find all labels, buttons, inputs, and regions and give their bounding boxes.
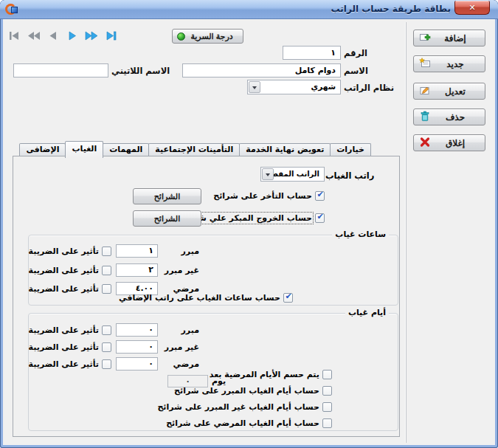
hours-on-overtime-checkbox[interactable] (283, 293, 293, 303)
delete-button[interactable]: حذف (413, 108, 485, 125)
sick-deduction-row: يتم حسم الأيام المرضية بعد (210, 370, 332, 379)
unjustified-days-row: غير مبرر ٠ تأثير على الضريبة (29, 340, 199, 354)
sick-label: مرضي (164, 359, 199, 369)
unjustified-days-brackets-row: حساب أيام الغياب غير المبرر على شرائح (157, 402, 332, 412)
latin-name-field[interactable] (13, 63, 108, 77)
unjustified-tax-checkbox[interactable] (102, 266, 111, 275)
absence-tab-page: راتب الغياب الراتب المقطوع حساب التأخر ع… (13, 156, 400, 437)
previous-icon (46, 31, 60, 41)
sick-tax-checkbox[interactable] (102, 284, 111, 294)
sick-deduction-checkbox[interactable] (322, 370, 332, 379)
chevron-down-icon[interactable] (262, 168, 274, 180)
justified-days-tax-checkbox[interactable] (102, 325, 111, 335)
add-record-icon (419, 32, 431, 45)
absence-days-group: أيام غياب مبرر ٠ تأثير على الضريبة غير م… (28, 313, 398, 431)
tax-effect-label: تأثير على الضريبة (29, 342, 99, 352)
sick-days-field[interactable]: ٠ (116, 357, 158, 371)
tab-end-of-service[interactable]: تعويض نهاية الخدمة (239, 143, 331, 156)
unjustified-days-brackets-checkbox[interactable] (322, 402, 332, 412)
new-button[interactable]: جديد (413, 55, 485, 72)
tab-missions[interactable]: المهمات (103, 143, 149, 156)
sick-deduction-label: يتم حسم الأيام المرضية بعد (210, 370, 319, 379)
justified-hours-field[interactable]: ١ (116, 244, 158, 258)
new-button-label: جديد (431, 59, 480, 69)
absence-salary-label: راتب الغياب (325, 170, 374, 181)
justified-days-row: مبرر ٠ تأثير على الضريبة (29, 323, 199, 337)
tax-effect-label: تأثير على الضريبة (29, 284, 99, 294)
app-logo-icon (5, 3, 18, 16)
tab-overtime[interactable]: الإضافى (19, 143, 66, 156)
sick-label: مرضي (164, 284, 199, 294)
last-record-icon (104, 31, 117, 41)
secrecy-degree-label: درجة السرية (185, 32, 238, 41)
close-form-icon (419, 137, 431, 150)
tab-options[interactable]: خيارات (330, 143, 371, 156)
fast-backward-button[interactable] (25, 29, 42, 43)
unjustified-hours-row: غير مبرر ٢ تأثير على الضريبة (29, 263, 199, 277)
next-icon (66, 31, 79, 41)
justified-days-brackets-checkbox[interactable] (322, 386, 332, 396)
late-on-brackets-checkbox[interactable] (315, 191, 325, 201)
last-record-button[interactable] (102, 29, 119, 43)
unjustified-days-field[interactable]: ٠ (116, 340, 158, 354)
early-exit-on-brackets-row: حساب الخروج المبكر علي شرائح (181, 213, 325, 223)
justified-hours-row: مبرر ١ تأثير على الضريبة (29, 244, 199, 258)
delete-record-icon (419, 111, 431, 124)
secrecy-degree-button[interactable]: درجة السرية (172, 29, 243, 44)
unjustified-hours-field[interactable]: ٢ (116, 263, 158, 277)
add-button-label: إضافة (431, 33, 480, 44)
unjustified-label: غير مبرر (164, 342, 199, 352)
edit-record-icon (419, 85, 431, 98)
window-close-button[interactable]: ✕ (454, 1, 490, 15)
new-record-icon (419, 58, 431, 71)
tax-effect-label: تأثير على الضريبة (29, 266, 99, 275)
name-field[interactable]: دوام كامل (182, 63, 341, 77)
next-record-button[interactable] (63, 29, 80, 43)
salary-method-card-window: بطاقة طريقة حساب الراتب ✕ إضافة جديد تعد… (0, 0, 498, 448)
justified-tax-checkbox[interactable] (102, 247, 111, 256)
unjustified-days-tax-checkbox[interactable] (102, 342, 111, 352)
tabstrip: خيارات تعويض نهاية الخدمة التأمينات الإج… (13, 141, 401, 156)
justified-days-field[interactable]: ٠ (116, 323, 158, 337)
close-form-button[interactable]: إغلاق (413, 134, 485, 151)
early-exit-on-brackets-checkbox[interactable] (315, 213, 325, 223)
tab-absence[interactable]: الغياب (65, 141, 103, 158)
previous-record-button[interactable] (44, 29, 61, 43)
latin-name-label: الاسم اللاتيني (111, 66, 170, 76)
absence-hours-group-title: ساعات غياب (332, 230, 389, 239)
justified-label: مبرر (164, 247, 199, 256)
chevron-down-icon[interactable] (249, 81, 260, 93)
edit-button[interactable]: تعديل (413, 83, 485, 100)
tab-social-insurance[interactable]: التأمينات الإجتماعية (148, 143, 240, 156)
name-label: الاسم (344, 66, 368, 76)
fast-backward-icon (27, 31, 41, 41)
number-label: الرقم (344, 48, 367, 58)
sick-days-brackets-checkbox[interactable] (322, 418, 332, 428)
tax-effect-label: تأثير على الضريبة (29, 247, 99, 256)
late-on-brackets-label: حساب التأخر على شرائح (213, 191, 312, 201)
titlebar: بطاقة طريقة حساب الراتب ✕ (0, 0, 498, 19)
sick-days-row: مرضي ٠ تأثير على الضريبة (29, 357, 199, 371)
absence-salary-select[interactable]: الراتب المقطوع (260, 167, 325, 182)
salary-system-select[interactable]: شهري (247, 80, 341, 94)
record-navigation (6, 29, 119, 43)
number-field[interactable]: ١ (283, 46, 341, 60)
close-form-button-label: إغلاق (431, 138, 480, 148)
early-exit-brackets-button[interactable]: الشرائح (133, 210, 201, 227)
sick-days-tax-checkbox[interactable] (102, 359, 111, 369)
unjustified-label: غير مبرر (164, 266, 199, 275)
sick-days-brackets-label: حساب أيام الغياب المرضي على شرائح (166, 418, 319, 428)
justified-days-brackets-label: حساب أيام الغياب المبرر على شرائح (174, 386, 319, 396)
absence-days-group-title: أيام غياب (345, 308, 389, 317)
hours-on-overtime-label: حساب ساعات الغياب على راتب الإضافي (119, 293, 280, 303)
tax-effect-label: تأثير على الضريبة (29, 359, 99, 369)
unjustified-days-brackets-label: حساب أيام الغياب غير المبرر على شرائح (157, 402, 319, 412)
close-icon: ✕ (468, 4, 475, 12)
first-record-button[interactable] (6, 29, 23, 43)
green-status-icon (177, 32, 185, 41)
late-brackets-button[interactable]: الشرائح (133, 188, 201, 204)
add-button[interactable]: إضافة (413, 30, 485, 46)
day-unit-label: يوم (212, 376, 226, 386)
fast-forward-button[interactable] (83, 29, 100, 43)
justified-days-brackets-row: حساب أيام الغياب المبرر على شرائح (174, 386, 332, 396)
